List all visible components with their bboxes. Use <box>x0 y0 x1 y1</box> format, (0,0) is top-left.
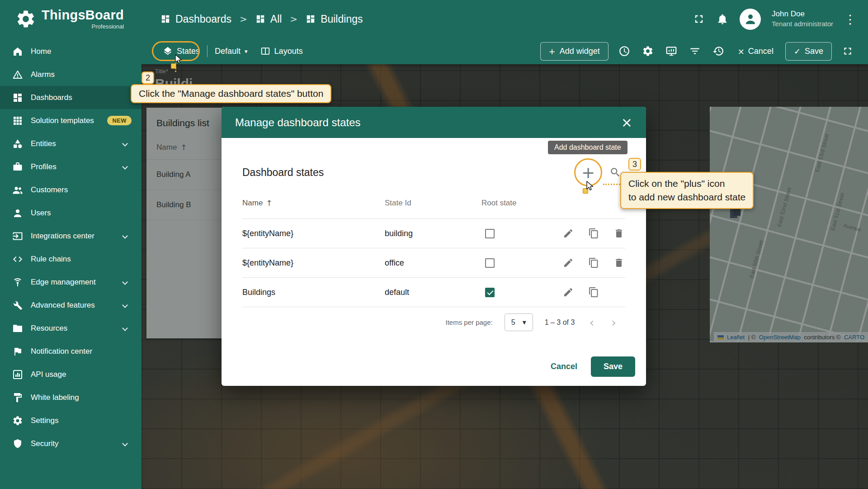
add-widget-button[interactable]: + Add widget <box>540 42 609 61</box>
fullscreen-icon <box>693 13 705 25</box>
person-icon <box>744 12 757 26</box>
copy-icon <box>588 287 599 298</box>
header-fullscreen-button[interactable] <box>693 13 705 25</box>
user-name: John Doe <box>772 9 833 19</box>
sidebar-item-profiles[interactable]: Profiles <box>0 155 142 178</box>
top-bar: ThingsBoard Professional Dashboards > Al… <box>0 0 868 38</box>
entity-aliases-button[interactable] <box>664 43 679 59</box>
dialog-cancel-button[interactable]: Cancel <box>542 357 585 376</box>
toolbar-fullscreen-button[interactable] <box>840 43 855 59</box>
sidebar-item-users[interactable]: Users <box>0 201 142 224</box>
profiles-icon <box>12 161 23 172</box>
dialog-title: Manage dashboard states <box>235 116 361 129</box>
pencil-icon <box>563 287 574 298</box>
step3-badge: 3 <box>628 158 641 171</box>
column-root-state: Root state <box>481 199 549 208</box>
sidebar-item-integrations-center[interactable]: Integrations center <box>0 224 142 247</box>
toolbar-divider <box>207 45 208 57</box>
add-state-tooltip: Add dashboard state <box>548 141 627 154</box>
customers-icon <box>12 185 23 195</box>
caret-down-icon: ▾ <box>523 318 526 327</box>
sidebar-item-edge-management[interactable]: Edge management <box>0 271 142 294</box>
sidebar-item-notification-center[interactable]: Notification center <box>0 340 142 363</box>
dashboard-settings-button[interactable] <box>640 43 656 59</box>
check-icon: ✓ <box>794 47 801 56</box>
chevron-down-icon <box>122 233 128 239</box>
sidebar-item-home[interactable]: Home <box>0 40 142 63</box>
edit-state-button[interactable] <box>562 227 575 240</box>
edge-icon <box>12 277 23 288</box>
layouts-button[interactable]: Layouts <box>255 43 308 60</box>
sidebar-item-customers[interactable]: Customers <box>0 178 142 201</box>
duplicate-state-button[interactable] <box>587 227 600 240</box>
root-state-checkbox[interactable] <box>485 229 495 238</box>
version-history-button[interactable] <box>711 43 726 59</box>
chevron-down-icon <box>122 164 128 170</box>
duplicate-state-button[interactable] <box>587 256 600 269</box>
state-name: Buildings <box>242 288 385 297</box>
dashboard-group-icon <box>255 14 265 24</box>
previous-page-button[interactable]: ‹ <box>586 315 597 329</box>
sidebar-item-rule-chains[interactable]: Rule chains <box>0 247 142 271</box>
sidebar-item-entities[interactable]: Entities <box>0 132 142 155</box>
sidebar-item-alarms[interactable]: Alarms <box>0 63 142 86</box>
security-icon <box>12 438 23 449</box>
dialog-save-button[interactable]: Save <box>591 356 635 377</box>
state-id: default <box>385 288 481 297</box>
solution-templates-icon <box>12 115 23 126</box>
header-actions: John Doe Tenant administrator ⋮ <box>693 9 868 30</box>
state-id: office <box>385 258 481 268</box>
alarms-icon <box>12 69 23 80</box>
breadcrumb-item-dashboards[interactable]: Dashboards <box>160 13 231 25</box>
state-name: ${entityName} <box>242 258 385 268</box>
page-size-select[interactable]: 5 ▾ <box>505 313 533 331</box>
copy-icon <box>588 228 599 239</box>
sidebar-item-settings[interactable]: Settings <box>0 409 142 432</box>
sort-asc-icon: ↑ <box>266 199 272 208</box>
monitor-chart-icon <box>665 45 677 57</box>
sidebar-item-api-usage[interactable]: API usage <box>0 363 142 386</box>
step3-callout: Click on the "plus" icon to add new dash… <box>620 172 754 209</box>
plus-icon: + <box>549 47 556 56</box>
sidebar-item-white-labeling[interactable]: White labeling <box>0 386 142 409</box>
filters-button[interactable] <box>687 43 703 59</box>
user-menu-more-button[interactable]: ⋮ <box>844 12 856 26</box>
delete-state-button[interactable] <box>613 256 625 269</box>
sidebar-item-solution-templates[interactable]: Solution templates NEW <box>0 109 142 132</box>
edit-state-button[interactable] <box>562 256 575 269</box>
logo-title: ThingsBoard <box>42 9 124 22</box>
new-badge: NEW <box>107 116 132 125</box>
pencil-icon <box>563 228 574 239</box>
user-avatar[interactable] <box>740 9 761 30</box>
root-state-checkbox[interactable] <box>485 258 495 268</box>
clock-icon <box>618 45 630 57</box>
state-select[interactable]: Default ▾ <box>209 43 253 60</box>
breadcrumb-separator: > <box>290 14 297 24</box>
user-role: Tenant administrator <box>772 19 833 28</box>
sidebar-item-security[interactable]: Security <box>0 432 142 455</box>
cancel-edit-button[interactable]: × Cancel <box>734 43 777 60</box>
breadcrumb-item-all[interactable]: All <box>255 13 282 25</box>
thingsboard-logo[interactable]: ThingsBoard Professional <box>0 9 142 30</box>
sidebar-item-advanced-features[interactable]: Advanced features <box>0 294 142 317</box>
next-page-button[interactable]: › <box>609 315 619 329</box>
edit-state-button[interactable] <box>562 286 575 299</box>
column-name[interactable]: Name <box>242 199 263 208</box>
close-icon: × <box>738 47 745 56</box>
add-state-button[interactable]: + <box>578 162 598 182</box>
duplicate-state-button[interactable] <box>587 286 600 299</box>
close-dialog-button[interactable]: × <box>621 116 632 129</box>
save-dashboard-button[interactable]: ✓ Save <box>785 42 832 61</box>
filter-icon <box>689 45 701 57</box>
state-table-row: ${entityName} office <box>242 248 625 278</box>
delete-state-button[interactable] <box>613 227 625 240</box>
root-state-checkbox[interactable] <box>485 288 495 297</box>
time-window-button[interactable] <box>617 43 632 59</box>
notifications-button[interactable] <box>716 13 729 25</box>
sidebar-item-dashboards[interactable]: Dashboards <box>0 86 142 109</box>
sidebar-item-resources[interactable]: Resources <box>0 317 142 340</box>
breadcrumb-item-buildings[interactable]: Buildings <box>306 13 363 25</box>
trash-icon <box>613 228 624 239</box>
plus-icon: + <box>581 163 595 182</box>
chevron-down-icon <box>122 141 128 147</box>
